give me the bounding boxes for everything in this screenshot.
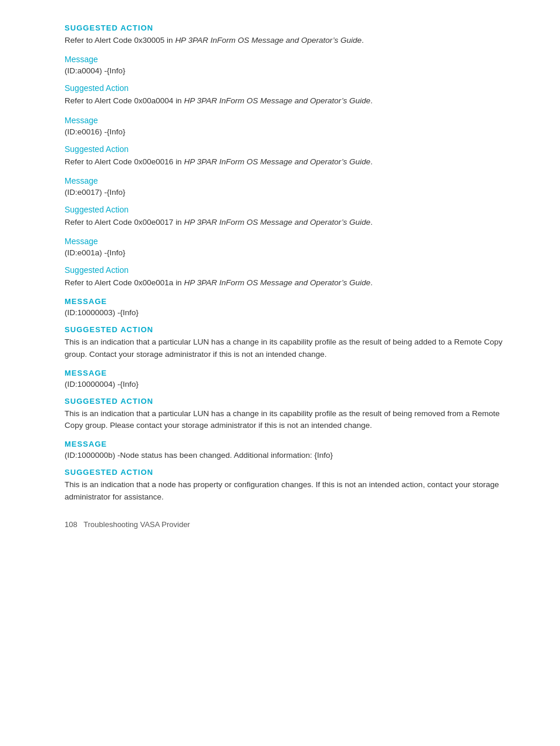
section-13: SUGGESTED ACTION This is an indication t… [65, 397, 513, 432]
italic-guide-9: HP 3PAR InForm OS Message and Operator’s… [184, 278, 370, 287]
section-9: Suggested Action Refer to Alert Code 0x0… [65, 265, 513, 289]
suggested-action-body-1: Refer to Alert Code 0x30005 in HP 3PAR I… [65, 35, 513, 46]
suggested-action-body-3: Refer to Alert Code 0x00a0004 in HP 3PAR… [65, 95, 513, 107]
message-id-14: (ID:1000000b) -Node status has been chan… [65, 451, 513, 460]
section-5: Suggested Action Refer to Alert Code 0x0… [65, 144, 513, 168]
message-heading-14: MESSAGE [65, 440, 513, 448]
message-id-8: (ID:e001a) -{Info} [65, 248, 513, 257]
message-heading-12: MESSAGE [65, 369, 513, 377]
suggested-action-heading-3: Suggested Action [65, 83, 513, 93]
section-4: Message (ID:e0016) -{Info} [65, 116, 513, 136]
suggested-action-heading-15: SUGGESTED ACTION [65, 468, 513, 477]
message-id-10: (ID:10000003) -{Info} [65, 308, 513, 317]
suggested-action-heading-5: Suggested Action [65, 144, 513, 154]
suggested-action-body-7: Refer to Alert Code 0x00e0017 in HP 3PAR… [65, 217, 513, 228]
message-heading-2: Message [65, 55, 513, 64]
footer-label: Troubleshooting VASA Provider [83, 520, 190, 529]
section-7: Suggested Action Refer to Alert Code 0x0… [65, 205, 513, 228]
message-heading-10: MESSAGE [65, 297, 513, 306]
message-heading-8: Message [65, 237, 513, 246]
message-heading-4: Message [65, 116, 513, 125]
suggested-action-heading-13: SUGGESTED ACTION [65, 397, 513, 406]
message-id-6: (ID:e0017) -{Info} [65, 188, 513, 197]
italic-guide-3: HP 3PAR InForm OS Message and Operator’s… [184, 96, 370, 105]
italic-guide-5: HP 3PAR InForm OS Message and Operator’s… [184, 157, 370, 166]
section-15: SUGGESTED ACTION This is an indication t… [65, 468, 513, 503]
message-heading-6: Message [65, 176, 513, 185]
suggested-action-heading-1: SUGGESTED ACTION [65, 23, 513, 32]
section-2: Message (ID:a0004) -{Info} [65, 55, 513, 75]
page-number: 108 [65, 520, 77, 529]
suggested-action-body-5: Refer to Alert Code 0x00e0016 in HP 3PAR… [65, 156, 513, 168]
italic-guide-1: HP 3PAR InForm OS Message and Operator’s… [175, 36, 362, 45]
suggested-action-body-15: This is an indication that a node has pr… [65, 479, 513, 503]
suggested-action-heading-7: Suggested Action [65, 205, 513, 214]
suggested-action-heading-9: Suggested Action [65, 265, 513, 275]
section-3: Suggested Action Refer to Alert Code 0x0… [65, 83, 513, 107]
suggested-action-body-9: Refer to Alert Code 0x00e001a in HP 3PAR… [65, 277, 513, 289]
section-14: MESSAGE (ID:1000000b) -Node status has b… [65, 440, 513, 460]
page-content: SUGGESTED ACTION Refer to Alert Code 0x3… [0, 0, 560, 546]
section-6: Message (ID:e0017) -{Info} [65, 176, 513, 197]
section-10: MESSAGE (ID:10000003) -{Info} [65, 297, 513, 317]
suggested-action-body-13: This is an indication that a particular … [65, 408, 513, 432]
section-12: MESSAGE (ID:10000004) -{Info} [65, 369, 513, 389]
section-8: Message (ID:e001a) -{Info} [65, 237, 513, 257]
suggested-action-heading-11: SUGGESTED ACTION [65, 325, 513, 334]
message-id-2: (ID:a0004) -{Info} [65, 66, 513, 75]
section-1: SUGGESTED ACTION Refer to Alert Code 0x3… [65, 23, 513, 46]
italic-guide-7: HP 3PAR InForm OS Message and Operator’s… [184, 218, 370, 227]
message-id-12: (ID:10000004) -{Info} [65, 380, 513, 389]
suggested-action-body-11: This is an indication that a particular … [65, 336, 513, 360]
message-id-4: (ID:e0016) -{Info} [65, 127, 513, 136]
page-footer: 108 Troubleshooting VASA Provider [65, 520, 190, 529]
section-11: SUGGESTED ACTION This is an indication t… [65, 325, 513, 360]
